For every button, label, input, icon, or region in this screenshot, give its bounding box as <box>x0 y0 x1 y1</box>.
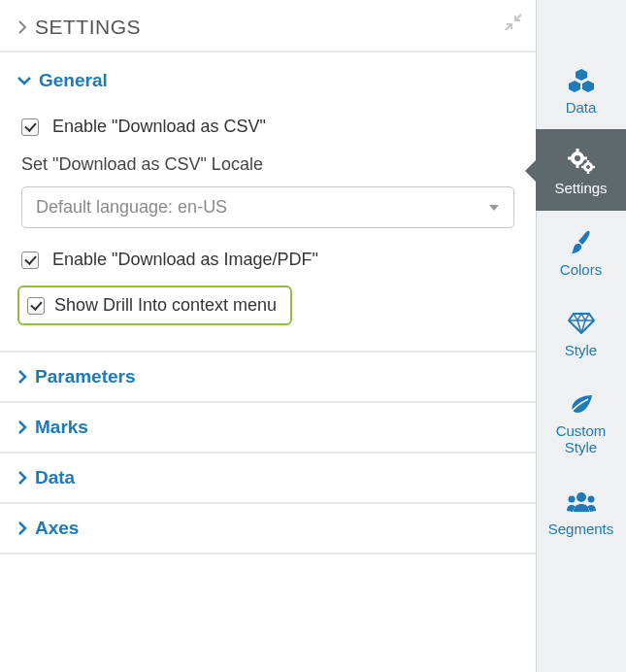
svg-rect-8 <box>586 160 588 163</box>
diamond-icon <box>568 311 595 336</box>
section-general-header[interactable]: General <box>0 52 536 107</box>
panel-header[interactable]: SETTINGS <box>0 0 536 52</box>
section-title: Data <box>35 467 75 488</box>
enable-csv-checkbox[interactable] <box>21 118 39 136</box>
rail-label: Custom Style <box>540 422 622 456</box>
svg-rect-2 <box>576 149 578 152</box>
rail-label: Settings <box>554 180 607 196</box>
panel-title: SETTINGS <box>35 16 141 39</box>
section-title: Axes <box>35 518 79 539</box>
section-general-body: Enable "Download as CSV" Set "Download a… <box>0 107 536 333</box>
svg-point-14 <box>587 495 594 502</box>
locale-select[interactable]: Default language: en-US <box>21 186 514 228</box>
rail-item-segments[interactable]: Segments <box>536 470 626 551</box>
locale-field: Set "Download as CSV" Locale Default lan… <box>17 147 518 240</box>
drill-into-label: Show Drill Into context menu <box>54 295 277 316</box>
svg-rect-4 <box>568 157 572 160</box>
svg-point-1 <box>575 155 580 161</box>
enable-csv-label: Enable "Download as CSV" <box>52 117 266 137</box>
enable-csv-row: Enable "Download as CSV" <box>17 107 518 147</box>
rail-item-settings[interactable]: Settings <box>536 129 626 210</box>
svg-rect-5 <box>583 157 587 160</box>
users-icon <box>567 489 596 515</box>
settings-panel: SETTINGS General Enable "Download as CSV… <box>0 0 536 672</box>
right-rail: Data Settings <box>536 0 626 672</box>
rail-item-colors[interactable]: Colors <box>536 211 626 291</box>
chevron-right-icon <box>17 471 27 485</box>
section-title: Parameters <box>35 366 136 387</box>
rail-item-custom-style[interactable]: Custom Style <box>536 372 626 470</box>
section-axes[interactable]: Axes <box>0 502 536 554</box>
enable-image-row: Enable "Download as Image/PDF" <box>17 240 518 280</box>
section-title: General <box>39 70 108 91</box>
locale-label: Set "Download as CSV" Locale <box>21 154 514 175</box>
svg-point-13 <box>568 495 575 502</box>
section-marks[interactable]: Marks <box>0 401 536 452</box>
svg-rect-11 <box>592 166 595 168</box>
rail-item-style[interactable]: Style <box>536 291 626 372</box>
rail-label: Style <box>565 342 597 358</box>
chevron-right-icon <box>17 521 27 535</box>
svg-point-7 <box>586 165 590 169</box>
section-title: Marks <box>35 417 88 438</box>
rail-item-data[interactable]: Data <box>536 0 626 129</box>
gears-icon <box>568 149 595 174</box>
drill-into-highlight: Show Drill Into context menu <box>17 286 292 325</box>
chevron-right-icon <box>17 370 27 384</box>
enable-image-label: Enable "Download as Image/PDF" <box>52 250 318 270</box>
drill-into-checkbox[interactable] <box>27 297 45 315</box>
rail-label: Colors <box>560 261 602 278</box>
brush-icon <box>570 230 593 255</box>
enable-image-checkbox[interactable] <box>21 252 39 269</box>
section-parameters[interactable]: Parameters <box>0 351 536 401</box>
chevron-down-icon <box>17 76 31 85</box>
svg-rect-10 <box>581 166 584 168</box>
dropdown-triangle-icon <box>488 204 500 212</box>
section-data[interactable]: Data <box>0 452 536 502</box>
cubes-icon <box>568 68 595 93</box>
svg-rect-3 <box>576 164 578 168</box>
locale-value: Default language: en-US <box>36 197 227 218</box>
shrink-icon[interactable] <box>505 14 522 31</box>
svg-rect-9 <box>586 171 588 174</box>
leaf-icon <box>569 391 594 417</box>
rail-label: Data <box>566 99 597 116</box>
rail-label: Segments <box>548 521 614 537</box>
chevron-right-icon <box>17 20 27 34</box>
chevron-right-icon <box>17 420 27 434</box>
svg-point-12 <box>577 492 586 502</box>
